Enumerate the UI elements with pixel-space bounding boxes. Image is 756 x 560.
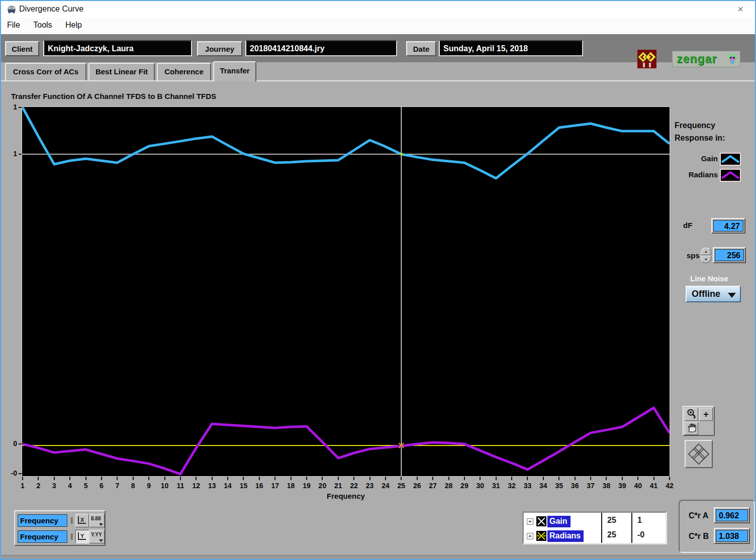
legend-gain-swatch[interactable]: [720, 153, 741, 166]
crb-label: C*r B: [689, 532, 709, 541]
x-axis-tick: [243, 477, 244, 480]
svg-text:X: X: [80, 517, 84, 523]
journey-field[interactable]: 20180414210844.jry: [245, 40, 397, 56]
x-axis-tick: [385, 477, 386, 480]
menu-help[interactable]: Help: [65, 21, 82, 30]
x-scale-lock-icon[interactable]: ∥: [68, 514, 75, 527]
zoom-tool-button[interactable]: [685, 408, 698, 421]
cr-stats-panel: C*r A 0.962 C*r B 1.038: [679, 500, 755, 553]
x-format-button[interactable]: 8.88: [89, 514, 105, 527]
x-axis-tick-label: 37: [583, 482, 598, 490]
df-value-field[interactable]: 4.27: [713, 220, 743, 232]
expand-toggle[interactable]: +: [527, 518, 533, 525]
tab-transfer[interactable]: Transfer: [213, 61, 256, 81]
format-dropdown-icon: [99, 523, 103, 526]
x-axis-tick-label: 33: [520, 482, 535, 490]
x-axis-tick: [22, 477, 23, 480]
tab-best-linear-fit[interactable]: Best Linear Fit: [88, 63, 155, 80]
x-axis-tick: [148, 477, 149, 480]
cursor-movement-button[interactable]: [685, 440, 713, 468]
scale-legend: Frequency ∥ X 8.88 Frequency ∥ Y: [14, 510, 106, 546]
line-noise-dropdown[interactable]: Offline: [686, 286, 741, 302]
legend-gain-label: Gain: [701, 154, 718, 163]
frequency-response-label: Frequency Response in:: [675, 120, 725, 145]
close-icon[interactable]: ×: [733, 4, 748, 15]
sps-value-field[interactable]: 256: [715, 249, 744, 261]
x-scale-name-field[interactable]: Frequency: [18, 514, 67, 527]
x-axis-tick: [496, 477, 497, 480]
sps-decrement-button[interactable]: ▼: [701, 256, 711, 263]
y-axis-tick-label: 0: [4, 439, 17, 447]
x-axis-tick: [117, 477, 118, 480]
x-axis-tick-label: 42: [662, 482, 677, 490]
x-axis-tick-label: 22: [346, 482, 361, 490]
date-field[interactable]: Sunday, April 15, 2018: [439, 40, 583, 56]
x-axis-tick-label: 16: [252, 482, 267, 490]
cursor-name[interactable]: Gain: [547, 516, 571, 527]
cra-field-frame: 0.962: [714, 507, 750, 523]
window-title: Divergence Curve: [19, 5, 83, 14]
x-axis-tick: [54, 477, 55, 480]
xy-graph-plot-area[interactable]: [22, 106, 670, 477]
x-axis-tick-label: 23: [362, 482, 377, 490]
x-axis-tick-label: 20: [315, 482, 330, 490]
cra-value-field[interactable]: 0.962: [716, 509, 748, 521]
x-axis-tick: [69, 477, 70, 480]
x-axis-tick: [448, 477, 449, 480]
x-axis-tick-label: 27: [425, 482, 440, 490]
cursor-marker-icon[interactable]: [536, 531, 546, 541]
x-axis-tick-label: 31: [489, 482, 504, 490]
x-axis-tick-label: 41: [646, 482, 662, 490]
y-axis-tick-label: -0: [4, 469, 17, 477]
crosshair-tool-button[interactable]: +: [699, 408, 713, 421]
x-axis-tick-label: 14: [220, 482, 235, 490]
menu-file[interactable]: File: [7, 21, 20, 30]
x-axis-tick: [653, 477, 654, 480]
x-axis-tick: [274, 477, 275, 480]
x-axis-tick-label: 21: [331, 482, 346, 490]
x-axis-tick: [306, 477, 307, 480]
client-field[interactable]: Knight-Jadczyk, Laura: [43, 40, 192, 56]
y-autoscale-button[interactable]: Y: [75, 530, 89, 543]
x-axis-tick: [464, 477, 465, 480]
x-axis-tick: [227, 477, 228, 480]
x-axis-tick-label: 6: [94, 482, 109, 490]
x-axis-tick: [338, 477, 339, 480]
crb-value-field[interactable]: 1.038: [716, 530, 748, 542]
menu-tools[interactable]: Tools: [33, 21, 52, 30]
cursor-y-value: -0: [637, 530, 644, 539]
x-axis-tick: [417, 477, 418, 480]
y-axis-tick-label: 1: [4, 103, 17, 111]
cursor-name[interactable]: Radians: [547, 530, 584, 542]
pan-hand-tool-button[interactable]: [685, 422, 698, 435]
tab-coherence[interactable]: Coherence: [157, 63, 211, 80]
legend-radians-swatch[interactable]: [720, 169, 741, 182]
tab-cross-corr-of-acs[interactable]: Cross Corr of ACs: [5, 63, 86, 80]
x-axis-tick: [291, 477, 292, 480]
x-axis-tick-label: 25: [394, 482, 409, 490]
cursor-legend: +Gain251+Radians25-0: [522, 511, 667, 544]
x-axis-tick-label: 17: [267, 482, 282, 490]
sps-increment-button[interactable]: ▲: [701, 248, 711, 255]
date-button[interactable]: Date: [406, 41, 436, 56]
x-axis-tick-label: 18: [284, 482, 299, 490]
x-axis-tick: [432, 477, 433, 480]
x-autoscale-button[interactable]: X: [75, 514, 89, 527]
x-axis-tick-label: 5: [78, 482, 93, 490]
x-axis-tick-label: 40: [630, 482, 645, 490]
y-axis-tick: [19, 154, 22, 155]
x-axis-tick-label: 8: [126, 482, 141, 490]
x-axis-tick: [637, 477, 638, 480]
client-button[interactable]: Client: [5, 41, 39, 56]
menu-bar: File Tools Help: [1, 18, 755, 34]
legend-radians-label: Radians: [689, 170, 718, 179]
y-scale-lock-icon[interactable]: ∥: [68, 530, 75, 543]
y-format-button[interactable]: Y.YY: [89, 530, 105, 543]
dropdown-arrow-icon: [728, 293, 736, 298]
line-noise-label: Line Noise: [690, 274, 728, 283]
cursor-marker-icon[interactable]: [536, 516, 546, 526]
y-scale-name-field[interactable]: Frequency: [18, 530, 67, 543]
cursor-y-value: 1: [637, 516, 642, 525]
expand-toggle[interactable]: +: [527, 533, 533, 539]
journey-button[interactable]: Journey: [197, 41, 242, 56]
